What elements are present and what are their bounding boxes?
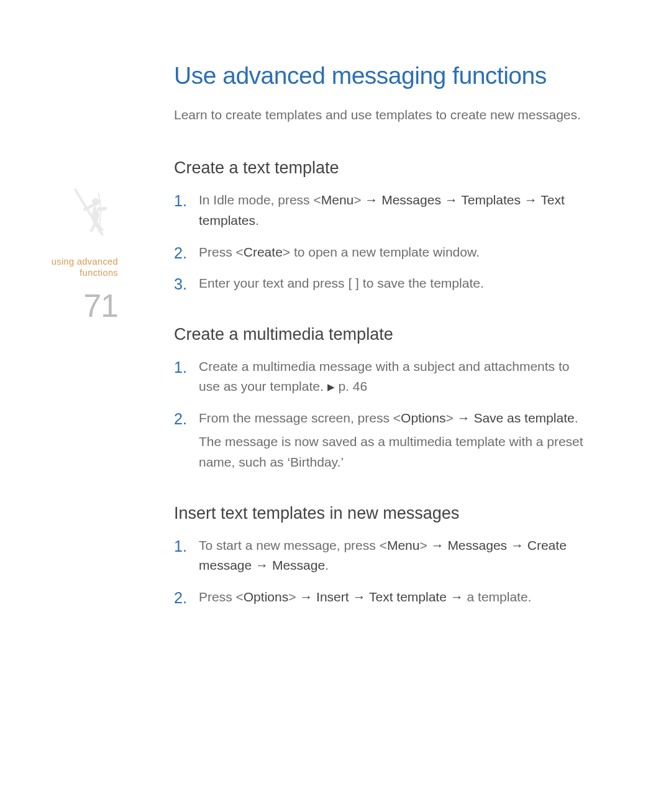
sidebar: using advanced functions 71 bbox=[0, 186, 124, 324]
step-text: To start a new message, press <Menu> → M… bbox=[199, 538, 567, 573]
list-item: 3. Enter your text and press [ ] to save… bbox=[174, 273, 590, 294]
step-text: Press <Create> to open a new template wi… bbox=[199, 245, 480, 259]
list-item: 1. In Idle mode, press <Menu> → Messages… bbox=[174, 190, 590, 230]
steps-list: 1. In Idle mode, press <Menu> → Messages… bbox=[174, 190, 590, 293]
climber-icon bbox=[70, 186, 114, 249]
list-item: 2. Press <Create> to open a new template… bbox=[174, 242, 590, 263]
content: Use advanced messaging functions Learn t… bbox=[174, 62, 590, 607]
step-number: 3. bbox=[174, 272, 187, 296]
step-note: The message is now saved as a multimedia… bbox=[199, 432, 590, 472]
section-heading: Create a text template bbox=[174, 157, 590, 179]
intro-text: Learn to create templates and use templa… bbox=[174, 105, 590, 125]
step-number: 1. bbox=[174, 355, 187, 380]
page-number: 71 bbox=[0, 287, 118, 324]
step-text: Enter your text and press [ ] to save th… bbox=[199, 276, 484, 290]
list-item: 1. To start a new message, press <Menu> … bbox=[174, 536, 590, 576]
steps-list: 1. Create a multimedia message with a su… bbox=[174, 357, 590, 473]
page-title: Use advanced messaging functions bbox=[174, 62, 590, 90]
list-item: 1. Create a multimedia message with a su… bbox=[174, 357, 590, 397]
section-heading: Create a multimedia template bbox=[174, 324, 590, 345]
section-heading: Insert text templates in new messages bbox=[174, 503, 590, 524]
step-number: 1. bbox=[174, 534, 187, 559]
step-text: From the message screen, press <Options>… bbox=[199, 411, 578, 425]
section-label-line2: functions bbox=[80, 268, 118, 278]
section-label-line1: using advanced bbox=[52, 257, 118, 267]
step-number: 2. bbox=[174, 407, 187, 431]
section-label: using advanced functions bbox=[0, 256, 118, 278]
step-text: In Idle mode, press <Menu> → Messages → … bbox=[199, 193, 565, 227]
step-number: 2. bbox=[174, 586, 187, 610]
step-text: Create a multimedia message with a subje… bbox=[199, 359, 569, 394]
manual-page: using advanced functions 71 Use advanced… bbox=[0, 0, 671, 812]
page-ref-icon: ▶ bbox=[327, 380, 335, 394]
steps-list: 1. To start a new message, press <Menu> … bbox=[174, 536, 590, 608]
step-number: 2. bbox=[174, 241, 187, 265]
list-item: 2. From the message screen, press <Optio… bbox=[174, 408, 590, 473]
step-text: Press <Options> → Insert → Text template… bbox=[199, 590, 531, 604]
list-item: 2. Press <Options> → Insert → Text templ… bbox=[174, 587, 590, 608]
step-number: 1. bbox=[174, 189, 187, 213]
